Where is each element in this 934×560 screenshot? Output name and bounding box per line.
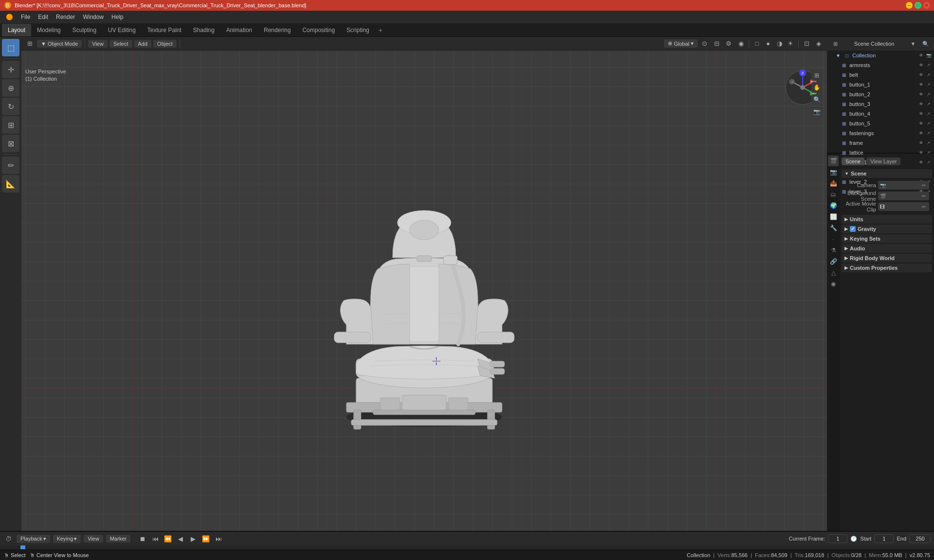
view-layer-tab-button[interactable]: View Layer bbox=[866, 158, 900, 165]
sel-icon-2[interactable]: ↗ bbox=[925, 71, 932, 78]
custom-properties-section-header[interactable]: ▶ Custom Properties bbox=[842, 263, 932, 272]
s[interactable]: ↗ bbox=[925, 81, 932, 88]
stop-button[interactable]: ⏹ bbox=[137, 533, 148, 544]
move-tool-button[interactable]: ⊕ bbox=[2, 79, 19, 97]
viewport-icon-camera[interactable]: ⊞ bbox=[811, 70, 822, 81]
gravity-section-header[interactable]: ▶ ✓ Gravity bbox=[842, 225, 932, 233]
transform-orientation-selector[interactable]: ⊕ Global ▾ bbox=[664, 39, 698, 48]
snap-toggle[interactable]: ⊟ bbox=[711, 38, 722, 49]
audio-section-header[interactable]: ▶ Audio bbox=[842, 244, 932, 253]
outliner-item-button5[interactable]: ⊞ button_5 👁↗ bbox=[827, 119, 934, 128]
s[interactable]: ↗ bbox=[925, 101, 932, 107]
end-frame-input[interactable] bbox=[909, 534, 931, 543]
menu-blender[interactable]: 🟠 bbox=[2, 13, 17, 21]
tab-scripting[interactable]: Scripting bbox=[341, 24, 375, 36]
outliner-item-fastenings[interactable]: ⊞ fastenings 👁↗ bbox=[827, 128, 934, 138]
viewport-icon-camera2[interactable]: 📷 bbox=[811, 106, 822, 117]
v[interactable]: 👁 bbox=[917, 140, 924, 146]
viewport-icon-grab[interactable]: ✋ bbox=[811, 82, 822, 93]
props-tab-view-layer-icon[interactable]: 🗂 bbox=[828, 189, 839, 200]
v[interactable]: 👁 bbox=[917, 81, 924, 88]
s[interactable]: ↗ bbox=[925, 120, 932, 127]
props-tab-scene-icon[interactable]: 🎬 bbox=[828, 156, 839, 166]
tab-uv-editing[interactable]: UV Editing bbox=[102, 24, 142, 36]
timeline-type-icon[interactable]: ⏱ bbox=[3, 533, 14, 544]
jump-end-button[interactable]: ⏭ bbox=[213, 533, 224, 544]
v[interactable]: 👁 bbox=[917, 130, 924, 137]
scale-tool-button[interactable]: ⊞ bbox=[2, 116, 19, 134]
outliner-item-collection[interactable]: ▼ □ Collection 👁 📷 bbox=[827, 51, 934, 60]
tab-shading[interactable]: Shading bbox=[187, 24, 220, 36]
keying-menu-button[interactable]: Keying ▾ bbox=[53, 535, 81, 543]
outliner-item-button1[interactable]: ⊞ button_1 👁↗ bbox=[827, 80, 934, 89]
play-button[interactable]: ▶ bbox=[188, 533, 198, 544]
s[interactable]: ↗ bbox=[925, 110, 932, 117]
object-mode-selector[interactable]: ▼ Object Mode bbox=[37, 40, 82, 48]
tab-rendering[interactable]: Rendering bbox=[258, 24, 296, 36]
s[interactable]: ↗ bbox=[925, 140, 932, 146]
scene-section-header[interactable]: ▼ Scene bbox=[842, 169, 932, 178]
outliner-item-button4[interactable]: ⊞ button_4 👁↗ bbox=[827, 109, 934, 119]
rendered-mode-button[interactable]: ☀ bbox=[785, 38, 796, 49]
viewport-content[interactable]: User Perspective (1) Collection bbox=[21, 51, 827, 531]
v[interactable]: 👁 bbox=[917, 101, 924, 107]
camera-edit-icon[interactable]: ✏ bbox=[920, 182, 927, 189]
movie-clip-value[interactable]: 🎞 ✏ bbox=[878, 202, 929, 211]
gravity-checkbox[interactable]: ✓ bbox=[850, 226, 856, 232]
vis-icon-2[interactable]: 👁 bbox=[917, 71, 924, 78]
props-tab-object-icon[interactable]: ⬜ bbox=[828, 211, 839, 222]
window-controls[interactable]: ─ □ ✕ bbox=[906, 2, 930, 9]
props-tab-particles-icon[interactable]: · bbox=[828, 234, 839, 245]
vis-icon[interactable]: 👁 bbox=[917, 62, 924, 69]
playback-menu-button[interactable]: Playback ▾ bbox=[17, 535, 50, 543]
cursor-tool-button[interactable]: ✛ bbox=[2, 61, 19, 78]
add-menu-button[interactable]: Add bbox=[134, 40, 152, 48]
props-tab-constraints-icon[interactable]: 🔗 bbox=[828, 256, 839, 267]
bg-scene-edit-icon[interactable]: ✏ bbox=[920, 192, 927, 199]
v[interactable]: 👁 bbox=[917, 110, 924, 117]
collection-visible-icon[interactable]: 👁 bbox=[917, 52, 924, 59]
outliner-type-icon[interactable]: ⊞ bbox=[830, 38, 841, 49]
outliner-filter-icon[interactable]: ▼ bbox=[908, 38, 918, 49]
measure-tool-button[interactable]: 📐 bbox=[2, 175, 19, 192]
tab-modeling[interactable]: Modeling bbox=[31, 24, 67, 36]
annotate-tool-button[interactable]: ✏ bbox=[2, 157, 19, 174]
s[interactable]: ↗ bbox=[925, 130, 932, 137]
collection-render-icon[interactable]: 📷 bbox=[925, 52, 932, 59]
menu-window[interactable]: Window bbox=[79, 13, 108, 21]
transform-tool-button[interactable]: ⊠ bbox=[2, 135, 19, 152]
timeline-view-menu-button[interactable]: View bbox=[84, 535, 103, 542]
prev-frame-button[interactable]: ⏪ bbox=[162, 533, 173, 544]
outliner-item-belt[interactable]: ⊞ belt 👁 ↗ bbox=[827, 70, 934, 80]
outliner-item-button3[interactable]: ⊞ button_3 👁↗ bbox=[827, 99, 934, 109]
background-scene-value[interactable]: 🎬 ✏ bbox=[878, 192, 929, 200]
menu-help[interactable]: Help bbox=[108, 13, 127, 21]
viewport-icon-zoom[interactable]: 🔍 bbox=[811, 94, 822, 105]
solid-mode-button[interactable]: ● bbox=[763, 38, 773, 49]
jump-start-button[interactable]: ⏮ bbox=[150, 533, 161, 544]
overlay-toggle-button[interactable]: ⊡ bbox=[801, 38, 812, 49]
minimize-button[interactable]: ─ bbox=[906, 2, 913, 9]
start-frame-input[interactable] bbox=[874, 534, 894, 543]
pivot-center-selector[interactable]: ⊙ bbox=[699, 38, 710, 49]
select-menu-button[interactable]: Select bbox=[109, 40, 132, 48]
snap-options-button[interactable]: ⚙ bbox=[723, 38, 734, 49]
units-section-header[interactable]: ▶ Units bbox=[842, 215, 932, 224]
camera-value[interactable]: 📷 ✏ bbox=[878, 181, 929, 190]
proportional-edit-toggle[interactable]: ◉ bbox=[736, 38, 746, 49]
outliner-search-icon[interactable]: 🔍 bbox=[920, 38, 931, 49]
props-tab-output-icon[interactable]: 📤 bbox=[828, 178, 839, 189]
props-tab-world-icon[interactable]: 🌍 bbox=[828, 200, 839, 211]
viewport-3d[interactable]: ⊞ ▼ Object Mode View Select Add Object ⊕… bbox=[21, 37, 827, 531]
tab-layout[interactable]: Layout bbox=[2, 24, 31, 36]
maximize-button[interactable]: □ bbox=[915, 2, 921, 9]
tab-compositing[interactable]: Compositing bbox=[297, 24, 341, 36]
current-frame-input[interactable] bbox=[828, 534, 847, 543]
menu-edit[interactable]: Edit bbox=[34, 13, 52, 21]
view-menu-button[interactable]: View bbox=[88, 40, 108, 48]
object-menu-button[interactable]: Object bbox=[153, 40, 177, 48]
props-tab-modifier-icon[interactable]: 🔧 bbox=[828, 223, 839, 233]
menu-render[interactable]: Render bbox=[52, 13, 79, 21]
scene-tab-button[interactable]: Scene bbox=[842, 158, 864, 165]
props-tab-physics-icon[interactable]: ⚗ bbox=[828, 245, 839, 256]
